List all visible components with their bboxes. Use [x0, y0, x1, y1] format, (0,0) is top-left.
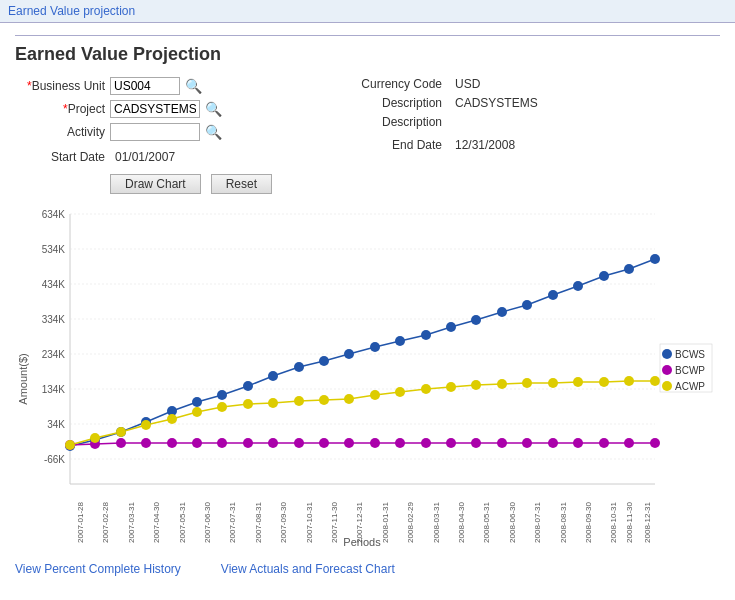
svg-point-104 [370, 390, 380, 400]
svg-point-80 [370, 438, 380, 448]
svg-text:634K: 634K [42, 209, 66, 220]
svg-point-75 [243, 438, 253, 448]
business-unit-input[interactable] [110, 77, 180, 95]
view-percent-complete-link[interactable]: View Percent Complete History [15, 562, 181, 576]
svg-point-89 [599, 438, 609, 448]
svg-point-121 [662, 381, 672, 391]
start-date-label: Start Date [15, 150, 105, 164]
svg-point-73 [192, 438, 202, 448]
svg-point-92 [65, 440, 75, 450]
svg-text:2008-02-29: 2008-02-29 [406, 501, 415, 542]
svg-point-82 [421, 438, 431, 448]
svg-point-51 [243, 381, 253, 391]
svg-point-100 [268, 398, 278, 408]
svg-point-81 [395, 438, 405, 448]
svg-point-99 [243, 399, 253, 409]
svg-text:2008-05-31: 2008-05-31 [482, 501, 491, 542]
svg-point-53 [294, 362, 304, 372]
svg-text:134K: 134K [42, 384, 66, 395]
svg-text:2007-05-31: 2007-05-31 [178, 501, 187, 542]
svg-point-112 [573, 377, 583, 387]
svg-point-109 [497, 379, 507, 389]
reset-button[interactable]: Reset [211, 174, 272, 194]
business-unit-lookup-icon[interactable]: 🔍 [185, 78, 202, 94]
svg-text:2007-06-30: 2007-06-30 [203, 501, 212, 542]
svg-point-115 [650, 376, 660, 386]
svg-text:2007-11-30: 2007-11-30 [330, 501, 339, 542]
svg-text:2008-10-31: 2008-10-31 [609, 501, 618, 542]
svg-point-88 [573, 438, 583, 448]
svg-point-93 [90, 433, 100, 443]
svg-text:Periods: Periods [343, 536, 381, 548]
project-lookup-icon[interactable]: 🔍 [205, 101, 222, 117]
svg-point-96 [167, 414, 177, 424]
svg-text:BCWP: BCWP [675, 365, 705, 376]
svg-point-79 [344, 438, 354, 448]
svg-point-61 [497, 307, 507, 317]
svg-point-56 [370, 342, 380, 352]
svg-point-72 [167, 438, 177, 448]
svg-text:2008-12-31: 2008-12-31 [643, 501, 652, 542]
footer-links: View Percent Complete History View Actua… [15, 562, 720, 576]
svg-point-64 [573, 281, 583, 291]
svg-text:Amount($): Amount($) [17, 353, 29, 404]
svg-text:2008-07-31: 2008-07-31 [533, 501, 542, 542]
activity-lookup-icon[interactable]: 🔍 [205, 124, 222, 140]
svg-point-98 [217, 402, 227, 412]
project-label: *Project [15, 102, 105, 116]
svg-text:2007-08-31: 2007-08-31 [254, 501, 263, 542]
svg-point-58 [421, 330, 431, 340]
svg-text:2007-04-30: 2007-04-30 [152, 501, 161, 542]
end-date-label: End Date [342, 138, 442, 152]
view-actuals-forecast-link[interactable]: View Actuals and Forecast Chart [221, 562, 395, 576]
svg-point-67 [650, 254, 660, 264]
description-value1: CADSYSTEMS [455, 96, 538, 110]
svg-text:2007-01-28: 2007-01-28 [76, 501, 85, 542]
svg-point-107 [446, 382, 456, 392]
svg-point-62 [522, 300, 532, 310]
svg-point-84 [471, 438, 481, 448]
svg-point-87 [548, 438, 558, 448]
svg-point-95 [141, 420, 151, 430]
svg-text:2008-09-30: 2008-09-30 [584, 501, 593, 542]
project-input[interactable] [110, 100, 200, 118]
svg-point-52 [268, 371, 278, 381]
svg-point-83 [446, 438, 456, 448]
svg-point-119 [662, 365, 672, 375]
svg-text:2008-08-31: 2008-08-31 [559, 501, 568, 542]
svg-point-111 [548, 378, 558, 388]
svg-text:ACWP: ACWP [675, 381, 705, 392]
activity-label: Activity [15, 125, 105, 139]
svg-point-101 [294, 396, 304, 406]
svg-text:334K: 334K [42, 314, 66, 325]
start-date-value: 01/01/2007 [115, 150, 175, 164]
svg-point-86 [522, 438, 532, 448]
page-title: Earned Value Projection [15, 44, 720, 65]
earned-value-chart: Amount($) 634K 534K 434K 334K 234K 134K [15, 204, 715, 554]
svg-text:2007-03-31: 2007-03-31 [127, 501, 136, 542]
page-header: Earned Value projection [0, 0, 735, 23]
svg-point-106 [421, 384, 431, 394]
svg-point-102 [319, 395, 329, 405]
svg-point-55 [344, 349, 354, 359]
svg-point-90 [624, 438, 634, 448]
draw-chart-button[interactable]: Draw Chart [110, 174, 201, 194]
svg-point-117 [662, 349, 672, 359]
breadcrumb: Earned Value projection [8, 4, 135, 18]
svg-point-50 [217, 390, 227, 400]
svg-text:34K: 34K [47, 419, 65, 430]
svg-point-74 [217, 438, 227, 448]
svg-point-110 [522, 378, 532, 388]
currency-code-label: Currency Code [342, 77, 442, 91]
svg-point-76 [268, 438, 278, 448]
svg-point-113 [599, 377, 609, 387]
svg-point-114 [624, 376, 634, 386]
svg-point-103 [344, 394, 354, 404]
activity-input[interactable] [110, 123, 200, 141]
svg-point-66 [624, 264, 634, 274]
svg-point-91 [650, 438, 660, 448]
svg-text:2007-10-31: 2007-10-31 [305, 501, 314, 542]
svg-point-63 [548, 290, 558, 300]
svg-point-85 [497, 438, 507, 448]
svg-text:2008-06-30: 2008-06-30 [508, 501, 517, 542]
